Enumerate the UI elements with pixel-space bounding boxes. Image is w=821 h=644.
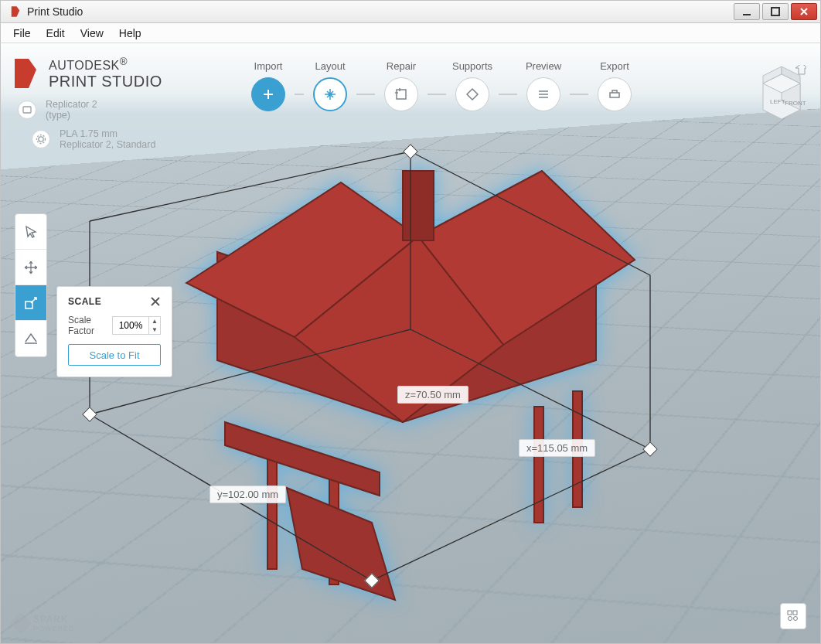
svg-rect-4 (534, 407, 543, 523)
svg-rect-1 (772, 8, 779, 15)
menu-view[interactable]: View (73, 25, 111, 42)
tool-scale[interactable] (15, 285, 46, 321)
printer-selector[interactable]: Replicator 2 (type) (18, 99, 97, 121)
gear-icon (32, 130, 50, 148)
wf-label-import: Import (254, 60, 283, 73)
wf-label-layout: Layout (315, 60, 345, 73)
dimension-z-label: z=70.50 mm (397, 386, 468, 404)
scale-factor-stepper[interactable]: ▲ ▼ (112, 316, 161, 335)
wf-label-repair: Repair (387, 60, 416, 73)
viewcube[interactable]: LEFT FRONT (757, 65, 806, 121)
material-selector[interactable]: PLA 1.75 mm Replicator 2, Standard (32, 128, 155, 150)
wf-import-button[interactable] (251, 77, 285, 111)
viewcube-left-label: LEFT (770, 98, 785, 105)
printer-icon (18, 101, 36, 119)
printer-name: Replicator 2 (46, 99, 97, 110)
svg-rect-20 (397, 90, 406, 99)
app-icon (9, 5, 22, 19)
svg-point-19 (329, 93, 332, 97)
wf-repair-button[interactable] (384, 77, 418, 111)
menu-edit[interactable]: Edit (39, 25, 73, 42)
brand-line2: PRINT STUDIO (49, 73, 162, 90)
view-grid-button[interactable] (780, 603, 806, 629)
menu-help[interactable]: Help (111, 25, 149, 42)
window-minimize-button[interactable] (734, 3, 760, 20)
autodesk-logo-icon (12, 57, 39, 90)
wf-label-preview: Preview (526, 60, 561, 73)
workflow-steps: Import Layout Repair Supports Preview Ex… (240, 60, 642, 111)
dimension-y-label: y=102.00 mm (210, 486, 286, 503)
svg-point-27 (794, 617, 798, 621)
svg-rect-24 (788, 611, 792, 615)
tool-select-arrow[interactable] (15, 214, 46, 250)
svg-rect-21 (610, 93, 619, 97)
model-3d-object[interactable] (140, 128, 666, 608)
stepper-up-icon[interactable]: ▲ (149, 317, 160, 325)
spark-line1: SPARK (33, 614, 75, 625)
material-line2: Replicator 2, Standard (60, 139, 155, 150)
wf-preview-button[interactable] (526, 77, 560, 111)
svg-point-17 (39, 137, 43, 141)
menu-file[interactable]: File (5, 25, 39, 42)
tool-rotate-plane[interactable] (15, 321, 46, 356)
svg-rect-16 (23, 107, 31, 113)
scale-panel: SCALE Scale Factor ▲ ▼ Scale to Fit (56, 286, 172, 377)
wf-label-export: Export (600, 60, 629, 73)
window-maximize-button[interactable] (762, 3, 789, 20)
spark-line2: POWERED (33, 625, 75, 632)
close-icon[interactable] (150, 296, 161, 307)
home-icon[interactable] (795, 65, 806, 74)
svg-rect-25 (793, 611, 797, 615)
spark-powered-badge: SPARK POWERED (13, 614, 75, 632)
scale-factor-input[interactable] (113, 317, 148, 334)
svg-rect-2 (267, 453, 277, 569)
svg-rect-0 (743, 14, 751, 15)
window-titlebar: Print Studio (0, 0, 821, 23)
left-toolbar (15, 213, 47, 357)
wf-label-supports: Supports (452, 60, 492, 73)
printer-type: (type) (46, 110, 97, 121)
app-logo: AUTODESK® PRINT STUDIO (12, 56, 162, 90)
dimension-x-label: x=115.05 mm (519, 439, 595, 457)
brand-line1: AUTODESK (49, 59, 120, 72)
svg-point-26 (789, 617, 792, 621)
scale-factor-label: Scale Factor (68, 315, 106, 336)
menubar: File Edit View Help (0, 23, 821, 43)
wf-supports-button[interactable] (455, 77, 489, 111)
scale-to-fit-button[interactable]: Scale to Fit (68, 344, 161, 366)
stepper-down-icon[interactable]: ▼ (149, 325, 160, 334)
window-title: Print Studio (27, 5, 734, 18)
window-close-button[interactable] (791, 3, 817, 20)
brand-registered: ® (120, 56, 128, 67)
scale-panel-title: SCALE (68, 296, 101, 307)
spark-icon (10, 612, 32, 634)
tool-move[interactable] (15, 250, 46, 285)
wf-export-button[interactable] (598, 77, 632, 111)
wf-layout-button[interactable] (313, 77, 347, 111)
material-line1: PLA 1.75 mm (60, 128, 155, 139)
viewcube-front-label: FRONT (785, 100, 806, 107)
svg-rect-6 (403, 171, 434, 240)
